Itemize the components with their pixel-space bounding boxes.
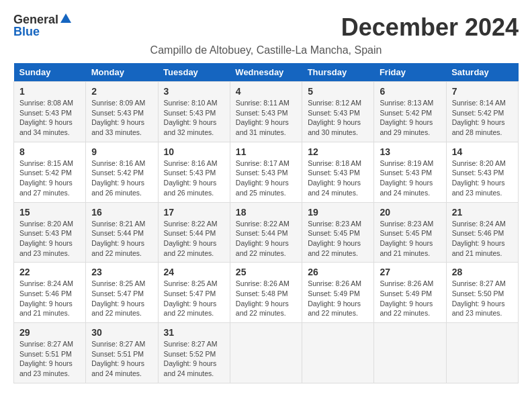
day-info: Sunrise: 8:25 AMSunset: 5:47 PMDaylight:… xyxy=(91,279,152,318)
day-info: Sunrise: 8:14 AMSunset: 5:42 PMDaylight:… xyxy=(452,98,513,138)
day-info: Sunrise: 8:23 AMSunset: 5:45 PMDaylight:… xyxy=(380,219,440,259)
day-number: 29 xyxy=(19,327,80,338)
table-row: 6Sunrise: 8:13 AMSunset: 5:42 PMDaylight… xyxy=(374,82,446,142)
calendar-week-row: 1Sunrise: 8:08 AMSunset: 5:43 PMDaylight… xyxy=(14,82,519,142)
day-number: 27 xyxy=(380,267,440,277)
day-number: 13 xyxy=(380,146,440,157)
calendar-week-row: 8Sunrise: 8:15 AMSunset: 5:42 PMDaylight… xyxy=(14,142,519,202)
day-info: Sunrise: 8:20 AMSunset: 5:43 PMDaylight:… xyxy=(452,158,513,198)
day-number: 21 xyxy=(452,207,513,218)
day-info: Sunrise: 8:27 AMSunset: 5:51 PMDaylight:… xyxy=(19,339,80,379)
svg-marker-0 xyxy=(60,13,71,23)
table-row: 31Sunrise: 8:27 AMSunset: 5:52 PMDayligh… xyxy=(158,323,230,383)
day-number: 11 xyxy=(236,146,296,157)
day-info: Sunrise: 8:08 AMSunset: 5:43 PMDaylight:… xyxy=(19,98,80,138)
table-row: 17Sunrise: 8:22 AMSunset: 5:44 PMDayligh… xyxy=(158,202,230,263)
calendar-header-row: Sunday Monday Tuesday Wednesday Thursday… xyxy=(14,63,519,82)
table-row: 12Sunrise: 8:18 AMSunset: 5:43 PMDayligh… xyxy=(302,142,374,202)
calendar-week-row: 15Sunrise: 8:20 AMSunset: 5:43 PMDayligh… xyxy=(14,202,519,263)
day-info: Sunrise: 8:13 AMSunset: 5:42 PMDaylight:… xyxy=(380,98,440,138)
day-number: 30 xyxy=(91,327,152,338)
day-info: Sunrise: 8:10 AMSunset: 5:43 PMDaylight:… xyxy=(164,98,224,138)
table-row: 24Sunrise: 8:25 AMSunset: 5:47 PMDayligh… xyxy=(158,263,230,323)
day-number: 26 xyxy=(308,267,368,277)
calendar-week-row: 29Sunrise: 8:27 AMSunset: 5:51 PMDayligh… xyxy=(14,323,519,383)
day-number: 19 xyxy=(308,207,368,218)
table-row: 7Sunrise: 8:14 AMSunset: 5:42 PMDaylight… xyxy=(446,82,518,142)
day-number: 15 xyxy=(19,207,80,218)
logo-blue-text: Blue xyxy=(13,26,40,38)
day-info: Sunrise: 8:26 AMSunset: 5:49 PMDaylight:… xyxy=(380,279,440,318)
table-row: 8Sunrise: 8:15 AMSunset: 5:42 PMDaylight… xyxy=(14,142,86,202)
day-info: Sunrise: 8:27 AMSunset: 5:52 PMDaylight:… xyxy=(164,339,224,379)
day-number: 3 xyxy=(164,86,224,97)
table-row: 13Sunrise: 8:19 AMSunset: 5:43 PMDayligh… xyxy=(374,142,446,202)
table-row: 9Sunrise: 8:16 AMSunset: 5:42 PMDaylight… xyxy=(86,142,158,202)
logo: General Blue xyxy=(13,13,72,38)
table-row: 25Sunrise: 8:26 AMSunset: 5:48 PMDayligh… xyxy=(230,263,302,323)
table-row: 3Sunrise: 8:10 AMSunset: 5:43 PMDaylight… xyxy=(158,82,230,142)
day-number: 18 xyxy=(236,207,296,218)
table-row: 10Sunrise: 8:16 AMSunset: 5:43 PMDayligh… xyxy=(158,142,230,202)
page-header: General Blue December 2024 xyxy=(13,13,519,42)
table-row: 29Sunrise: 8:27 AMSunset: 5:51 PMDayligh… xyxy=(14,323,86,383)
day-info: Sunrise: 8:09 AMSunset: 5:43 PMDaylight:… xyxy=(91,98,152,138)
day-info: Sunrise: 8:16 AMSunset: 5:42 PMDaylight:… xyxy=(91,158,152,198)
day-number: 23 xyxy=(91,267,152,277)
table-row: 11Sunrise: 8:17 AMSunset: 5:43 PMDayligh… xyxy=(230,142,302,202)
table-row: 26Sunrise: 8:26 AMSunset: 5:49 PMDayligh… xyxy=(302,263,374,323)
table-row: 15Sunrise: 8:20 AMSunset: 5:43 PMDayligh… xyxy=(14,202,86,263)
header-thursday: Thursday xyxy=(302,63,374,82)
day-info: Sunrise: 8:27 AMSunset: 5:50 PMDaylight:… xyxy=(452,279,513,318)
day-number: 6 xyxy=(380,86,440,97)
day-info: Sunrise: 8:24 AMSunset: 5:46 PMDaylight:… xyxy=(19,279,80,318)
day-info: Sunrise: 8:23 AMSunset: 5:45 PMDaylight:… xyxy=(308,219,368,259)
day-number: 16 xyxy=(91,207,152,218)
day-number: 14 xyxy=(452,146,513,157)
day-number: 7 xyxy=(452,86,513,97)
day-info: Sunrise: 8:20 AMSunset: 5:43 PMDaylight:… xyxy=(19,219,80,259)
day-info: Sunrise: 8:18 AMSunset: 5:43 PMDaylight:… xyxy=(308,158,368,198)
table-row xyxy=(374,323,446,383)
table-row xyxy=(302,323,374,383)
day-info: Sunrise: 8:25 AMSunset: 5:47 PMDaylight:… xyxy=(164,279,224,318)
day-number: 8 xyxy=(19,146,80,157)
day-info: Sunrise: 8:16 AMSunset: 5:43 PMDaylight:… xyxy=(164,158,224,198)
day-number: 10 xyxy=(164,146,224,157)
day-info: Sunrise: 8:27 AMSunset: 5:51 PMDaylight:… xyxy=(91,339,152,379)
calendar-table: Sunday Monday Tuesday Wednesday Thursday… xyxy=(13,63,519,383)
table-row: 5Sunrise: 8:12 AMSunset: 5:43 PMDaylight… xyxy=(302,82,374,142)
day-number: 12 xyxy=(308,146,368,157)
header-friday: Friday xyxy=(374,63,446,82)
table-row: 28Sunrise: 8:27 AMSunset: 5:50 PMDayligh… xyxy=(446,263,518,323)
day-number: 25 xyxy=(236,267,296,277)
day-number: 28 xyxy=(452,267,513,277)
logo-general-text: General xyxy=(13,13,58,26)
table-row: 18Sunrise: 8:22 AMSunset: 5:44 PMDayligh… xyxy=(230,202,302,263)
day-number: 22 xyxy=(19,267,80,277)
month-title: December 2024 xyxy=(341,13,519,42)
day-info: Sunrise: 8:24 AMSunset: 5:46 PMDaylight:… xyxy=(452,219,513,259)
table-row: 16Sunrise: 8:21 AMSunset: 5:44 PMDayligh… xyxy=(86,202,158,263)
day-info: Sunrise: 8:15 AMSunset: 5:42 PMDaylight:… xyxy=(19,158,80,198)
header-wednesday: Wednesday xyxy=(230,63,302,82)
day-info: Sunrise: 8:26 AMSunset: 5:49 PMDaylight:… xyxy=(308,279,368,318)
day-info: Sunrise: 8:11 AMSunset: 5:43 PMDaylight:… xyxy=(236,98,296,138)
logo-icon xyxy=(60,12,72,24)
day-number: 9 xyxy=(91,146,152,157)
day-info: Sunrise: 8:26 AMSunset: 5:48 PMDaylight:… xyxy=(236,279,296,318)
header-tuesday: Tuesday xyxy=(158,63,230,82)
table-row: 22Sunrise: 8:24 AMSunset: 5:46 PMDayligh… xyxy=(14,263,86,323)
day-info: Sunrise: 8:22 AMSunset: 5:44 PMDaylight:… xyxy=(236,219,296,259)
table-row: 20Sunrise: 8:23 AMSunset: 5:45 PMDayligh… xyxy=(374,202,446,263)
day-number: 1 xyxy=(19,86,80,97)
day-info: Sunrise: 8:17 AMSunset: 5:43 PMDaylight:… xyxy=(236,158,296,198)
table-row: 4Sunrise: 8:11 AMSunset: 5:43 PMDaylight… xyxy=(230,82,302,142)
day-info: Sunrise: 8:22 AMSunset: 5:44 PMDaylight:… xyxy=(164,219,224,259)
table-row: 1Sunrise: 8:08 AMSunset: 5:43 PMDaylight… xyxy=(14,82,86,142)
table-row: 23Sunrise: 8:25 AMSunset: 5:47 PMDayligh… xyxy=(86,263,158,323)
day-info: Sunrise: 8:19 AMSunset: 5:43 PMDaylight:… xyxy=(380,158,440,198)
table-row: 21Sunrise: 8:24 AMSunset: 5:46 PMDayligh… xyxy=(446,202,518,263)
day-number: 31 xyxy=(164,327,224,338)
header-sunday: Sunday xyxy=(14,63,86,82)
